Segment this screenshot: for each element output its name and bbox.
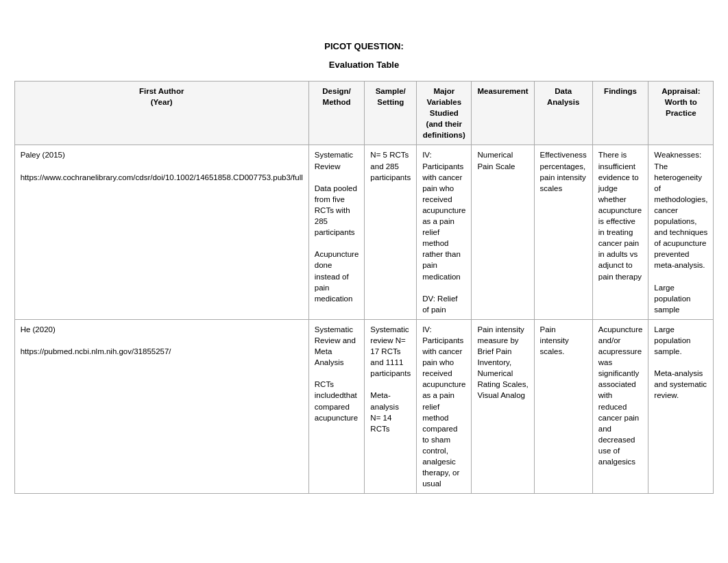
- col-header-data-analysis: Data Analysis: [534, 82, 592, 145]
- cell-author-0: Paley (2015)https://www.cochranelibrary.…: [14, 145, 308, 319]
- col-header-major: Major Variables Studied(and their defini…: [417, 82, 472, 145]
- col-header-appraisal: Appraisal:Worth to Practice: [648, 82, 714, 145]
- col-header-findings: Findings: [592, 82, 648, 145]
- table-row: Paley (2015)https://www.cochranelibrary.…: [14, 145, 714, 319]
- table-title: Evaluation Table: [329, 60, 399, 70]
- cell-appraisal-0: Weaknesses: The heterogeneity of methodo…: [648, 145, 714, 319]
- cell-major-1: IV: Participants with cancer pain who re…: [417, 319, 472, 493]
- cell-design-0: Systematic ReviewData pooled from five R…: [308, 145, 365, 319]
- cell-appraisal-1: Large population sample.Meta-analysis an…: [648, 319, 714, 493]
- cell-meas-1: Pain intensity measure by Brief Pain Inv…: [472, 319, 534, 493]
- cell-meas-0: Numerical Pain Scale: [472, 145, 534, 319]
- cell-sample-1: Systematic review N= 17 RCTs and 1111 pa…: [365, 319, 417, 493]
- col-header-sample: Sample/Setting: [365, 82, 417, 145]
- cell-data-1: Pain intensity scales.: [534, 319, 592, 493]
- cell-design-1: Systematic Review and Meta AnalysisRCTs …: [308, 319, 365, 493]
- cell-major-0: IV: Participants with cancer pain who re…: [417, 145, 472, 319]
- cell-author-1: He (2020)https://pubmed.ncbi.nlm.nih.gov…: [14, 319, 308, 493]
- col-header-measurement: Measurement: [472, 82, 534, 145]
- col-header-author: First Author(Year): [14, 82, 308, 145]
- col-header-design: Design/Method: [308, 82, 365, 145]
- cell-sample-0: N= 5 RCTs and 285 participants: [365, 145, 417, 319]
- evaluation-table: First Author(Year) Design/Method Sample/…: [14, 81, 714, 494]
- cell-data-0: Effectiveness percentages, pain intensit…: [534, 145, 592, 319]
- table-row: He (2020)https://pubmed.ncbi.nlm.nih.gov…: [14, 319, 714, 493]
- cell-findings-1: Acupuncture and/or acupressure was signi…: [592, 319, 648, 493]
- cell-findings-0: There is insufficient evidence to judge …: [592, 145, 648, 319]
- page-title: PICOT QUESTION:: [324, 41, 404, 51]
